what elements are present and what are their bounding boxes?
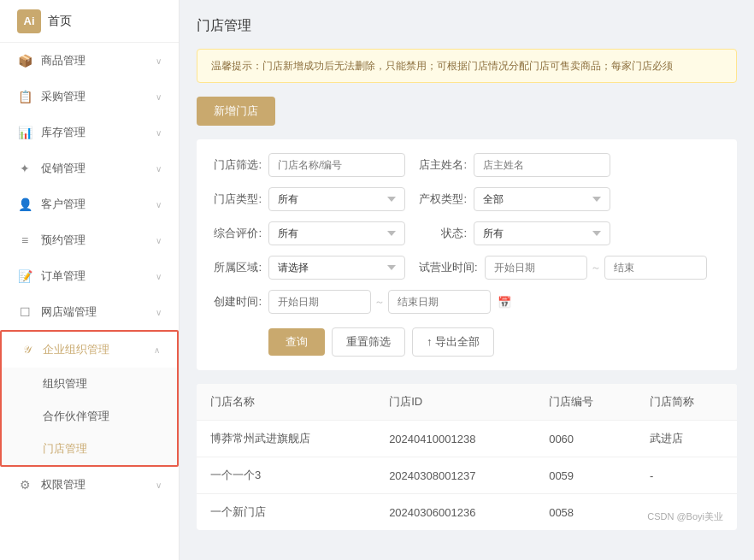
sidebar-item-inventory[interactable]: 📊 库存管理 ∨ [0, 115, 179, 150]
sidebar-item-goods[interactable]: 📦 商品管理 ∨ [0, 43, 179, 79]
status-label: 状态: [419, 226, 467, 241]
store-filter-label: 门店筛选: [214, 157, 262, 173]
sidebar-item-promotion[interactable]: ✦ 促销管理 ∨ [0, 150, 179, 186]
filter-row-3: 综合评价: 所有 优 良 差 状态: 所有 启用 禁用 [214, 221, 720, 245]
chevron-down-icon: ∨ [156, 236, 162, 245]
table-row[interactable]: 博莽常州武进旗舰店202404100012380060武进店 [197, 421, 737, 457]
sidebar-order-label: 订单管理 [41, 268, 156, 284]
table-cell-name: 一个新门店 [197, 494, 375, 531]
sidebar-item-enterprise[interactable]: 𝒴 企业组织管理 ∧ [2, 332, 177, 368]
region-label: 所属区域: [214, 260, 262, 275]
table-row[interactable]: 一个一个3202403080012370059- [197, 457, 737, 494]
warning-banner: 温馨提示：门店新增成功后无法删除，只能禁用；可根据门店情况分配门店可售卖商品；每… [197, 49, 737, 83]
sidebar-item-org[interactable]: 组织管理 [2, 368, 177, 400]
col-store-short: 门店简称 [636, 384, 737, 421]
chevron-down-icon: ∨ [156, 56, 162, 66]
sidebar-item-customer[interactable]: 👤 客户管理 ∨ [0, 186, 179, 222]
sidebar-goods-label: 商品管理 [41, 53, 156, 68]
create-end-input[interactable] [388, 290, 491, 314]
owner-input[interactable] [474, 153, 610, 177]
sidebar-appointment-label: 预约管理 [41, 233, 156, 248]
customer-icon: 👤 [17, 197, 32, 212]
filter-product-type: 产权类型: 全部 自营 加盟 [419, 187, 610, 211]
chevron-down-icon: ∨ [156, 200, 162, 209]
sidebar-customer-label: 客户管理 [41, 197, 156, 212]
table-cell-name: 一个一个3 [197, 457, 375, 494]
sidebar-item-webstore[interactable]: ☐ 网店端管理 ∨ [0, 294, 179, 330]
trial-start-input[interactable] [485, 256, 587, 280]
sidebar-webstore-label: 网店端管理 [41, 304, 156, 320]
sidebar-inventory-label: 库存管理 [41, 125, 156, 140]
filter-actions: 查询 重置筛选 ↑ 导出全部 [268, 324, 720, 357]
sidebar-item-partner[interactable]: 合作伙伴管理 [2, 400, 177, 433]
page-title: 门店管理 [197, 17, 737, 35]
table-cell-id: 20240308001237 [375, 457, 535, 494]
table-cell-short: - [636, 457, 737, 494]
store-filter-input[interactable] [268, 153, 405, 177]
table-cell-code: 0058 [535, 494, 636, 531]
filter-trial-date: 试营业时间: ～ [419, 256, 707, 280]
calendar-icon: 📅 [498, 296, 511, 309]
sidebar-purchase-label: 采购管理 [41, 89, 156, 104]
chevron-down-icon: ∨ [156, 308, 162, 317]
sidebar-enterprise-label: 企业组织管理 [43, 342, 154, 357]
chevron-down-icon: ∨ [156, 164, 162, 174]
sidebar-item-appointment[interactable]: ≡ 预约管理 ∨ [0, 222, 179, 258]
add-store-button[interactable]: 新增门店 [197, 97, 275, 126]
filter-owner: 店主姓名: [419, 153, 610, 177]
order-icon: 📝 [17, 268, 32, 284]
sidebar-item-order[interactable]: 📝 订单管理 ∨ [0, 258, 179, 294]
sidebar-promotion-label: 促销管理 [41, 161, 156, 176]
create-label: 创建时间: [214, 294, 262, 309]
purchase-icon: 📋 [17, 89, 32, 104]
store-type-select[interactable]: 所有 直营 加盟 [268, 187, 405, 211]
product-type-label: 产权类型: [419, 192, 467, 207]
appointment-icon: ≡ [17, 233, 32, 248]
trial-date-range: ～ [485, 256, 707, 280]
enterprise-section: 𝒴 企业组织管理 ∧ 组织管理 合作伙伴管理 门店管理 [0, 330, 179, 467]
sidebar-item-store[interactable]: 门店管理 [2, 433, 177, 465]
sidebar-permission-label: 权限管理 [41, 477, 156, 492]
goods-icon: 📦 [17, 53, 32, 68]
chevron-down-icon: ∨ [156, 92, 162, 102]
chevron-down-icon: ∨ [156, 480, 162, 490]
sidebar-logo[interactable]: Ai 首页 [0, 0, 179, 43]
table-cell-code: 0060 [535, 421, 636, 457]
webstore-icon: ☐ [17, 304, 32, 320]
create-tilde: ～ [374, 295, 385, 309]
filter-row-1: 门店筛选: 店主姓名: [214, 153, 720, 177]
filter-panel: 门店筛选: 店主姓名: 门店类型: 所有 直营 加盟 产权类型: 全 [197, 139, 737, 370]
owner-label: 店主姓名: [419, 157, 467, 173]
promotion-icon: ✦ [17, 161, 32, 176]
col-store-code: 门店编号 [535, 384, 636, 421]
rating-select[interactable]: 所有 优 良 差 [268, 221, 405, 245]
permission-icon: ⚙ [17, 477, 32, 492]
trial-end-input[interactable] [604, 256, 707, 280]
col-store-id: 门店ID [375, 384, 535, 421]
product-type-select[interactable]: 全部 自营 加盟 [474, 187, 610, 211]
col-store-name: 门店名称 [197, 384, 375, 421]
status-select[interactable]: 所有 启用 禁用 [474, 221, 610, 245]
sidebar-home-label: 首页 [48, 14, 72, 29]
reset-button[interactable]: 重置筛选 [332, 327, 405, 357]
sidebar-item-purchase[interactable]: 📋 采购管理 ∨ [0, 79, 179, 115]
rating-label: 综合评价: [214, 226, 262, 241]
filter-row-4: 所属区域: 请选择 试营业时间: ～ [214, 256, 720, 280]
main-content: 门店管理 温馨提示：门店新增成功后无法删除，只能禁用；可根据门店情况分配门店可售… [180, 0, 754, 560]
create-start-input[interactable] [268, 290, 371, 314]
filter-region: 所属区域: 请选择 [214, 256, 405, 280]
table-cell-short: 武进店 [636, 421, 737, 457]
export-button[interactable]: ↑ 导出全部 [412, 327, 494, 357]
query-button[interactable]: 查询 [268, 328, 325, 356]
create-date-range: ～ 📅 [268, 290, 511, 314]
table-panel: 门店名称 门店ID 门店编号 门店简称 博莽常州武进旗舰店20240410001… [197, 384, 737, 530]
chevron-down-icon: ∨ [156, 272, 162, 281]
region-select[interactable]: 请选择 [268, 256, 405, 280]
filter-row-2: 门店类型: 所有 直营 加盟 产权类型: 全部 自营 加盟 [214, 187, 720, 211]
filter-rating: 综合评价: 所有 优 良 差 [214, 221, 405, 245]
trial-label: 试营业时间: [419, 260, 478, 275]
filter-store-name: 门店筛选: [214, 153, 405, 177]
filter-create-date: 创建时间: ～ 📅 [214, 290, 511, 314]
sidebar-item-permission[interactable]: ⚙ 权限管理 ∨ [0, 467, 179, 503]
chevron-up-icon: ∧ [154, 345, 160, 355]
